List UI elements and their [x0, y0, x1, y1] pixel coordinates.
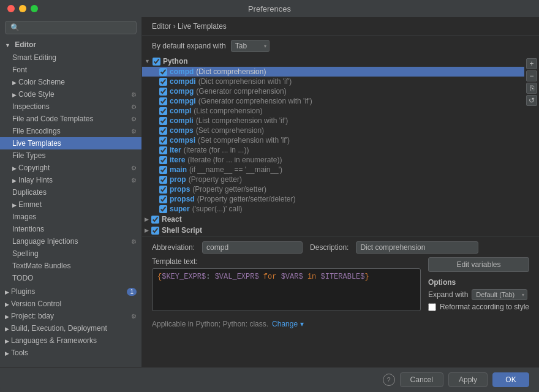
sidebar-section-build[interactable]: ▶Build, Execution, Deployment — [0, 322, 141, 334]
super-checkbox[interactable] — [159, 205, 167, 213]
options-label: Options — [428, 278, 529, 287]
sidebar-section-project[interactable]: ▶Project: bday ⚙ — [0, 310, 141, 322]
expand-with-select-wrapper: Default (Tab) Tab Enter Space ▾ — [472, 289, 527, 300]
shell-group-arrow: ▶ — [145, 227, 149, 233]
prop-checkbox[interactable] — [159, 176, 167, 184]
main-content: ▼ Editor Smart Editing Font ▶Color Schem… — [0, 17, 539, 367]
expand-with-select[interactable]: Default (Tab) Tab Enter Space — [472, 289, 527, 300]
template-item-props[interactable]: props (Property getter/setter) — [142, 184, 524, 194]
breadcrumb: Editor › Live Templates — [142, 17, 539, 36]
template-item-compg[interactable]: compg (Generator comprehension) — [142, 86, 524, 96]
template-item-compsi[interactable]: compsi (Set comprehension with 'if') — [142, 135, 524, 145]
change-link[interactable]: Change ▾ — [272, 320, 303, 328]
sidebar-item-duplicates[interactable]: Duplicates — [0, 186, 141, 198]
expand-select[interactable]: Tab Enter Space — [231, 40, 270, 52]
sidebar-item-smart-editing[interactable]: Smart Editing — [0, 51, 141, 64]
sidebar-item-file-types[interactable]: File Types — [0, 149, 141, 162]
apply-button[interactable]: Apply — [448, 372, 488, 387]
react-group-checkbox[interactable] — [151, 216, 159, 224]
react-group-header[interactable]: ▶ React — [142, 214, 524, 225]
template-item-compli[interactable]: compli (List comprehension with 'if') — [142, 116, 524, 126]
comps-checkbox[interactable] — [159, 127, 167, 135]
remove-template-button[interactable]: − — [526, 70, 537, 81]
abbreviation-row: Abbreviation: Description: — [152, 241, 529, 254]
compli-checkbox[interactable] — [159, 117, 167, 125]
template-item-prop[interactable]: prop (Property getter) — [142, 175, 524, 184]
template-item-compdi[interactable]: compdi (Dict comprehension with 'if') — [142, 77, 524, 86]
template-item-main[interactable]: main (if __name__ == '__main__') — [142, 165, 524, 175]
template-item-iter[interactable]: iter (Iterate (for ... in ...)) — [142, 145, 524, 155]
sidebar-item-file-code-templates[interactable]: File and Code Templates ⚙ — [0, 113, 141, 125]
sidebar-section-editor[interactable]: ▼ Editor — [0, 38, 141, 51]
close-button[interactable] — [7, 5, 15, 12]
sidebar-item-color-scheme[interactable]: ▶Color Scheme — [0, 76, 141, 88]
sidebar-item-todo[interactable]: TODO — [0, 272, 141, 284]
main-checkbox[interactable] — [159, 166, 167, 174]
sidebar-item-spelling[interactable]: Spelling — [0, 247, 141, 260]
right-panel: Editor › Live Templates By default expan… — [142, 17, 539, 367]
template-item-compd[interactable]: compd (Dict comprehension) — [142, 67, 524, 77]
sidebar-item-copyright[interactable]: ▶Copyright ⚙ — [0, 162, 141, 174]
sidebar-item-file-encodings[interactable]: File Encodings ⚙ — [0, 125, 141, 137]
tree-action-buttons: + − ⎘ ↺ — [524, 56, 539, 236]
settings-icon-fe: ⚙ — [131, 128, 137, 135]
sidebar-item-textmate[interactable]: TextMate Bundles — [0, 260, 141, 272]
breadcrumb-current: Live Templates — [178, 22, 227, 31]
sidebar-item-code-style[interactable]: ▶Code Style ⚙ — [0, 88, 141, 100]
template-item-compl[interactable]: compl (List comprehension) — [142, 106, 524, 116]
template-text-editor[interactable]: {$KEY_EXPR$: $VAL_EXPR$ for $VAR$ in $IT… — [152, 268, 421, 311]
abbreviation-input[interactable] — [202, 241, 303, 254]
sidebar-item-inspections[interactable]: Inspections ⚙ — [0, 100, 141, 113]
abbreviation-label: Abbreviation: — [152, 243, 195, 252]
help-button[interactable]: ? — [383, 374, 395, 386]
compdi-checkbox[interactable] — [159, 78, 167, 86]
react-group-arrow: ▶ — [145, 216, 149, 222]
python-group-checkbox[interactable] — [153, 58, 160, 66]
edit-variables-button[interactable]: Edit variables — [428, 257, 529, 272]
expand-label: By default expand with — [152, 42, 226, 50]
compl-checkbox[interactable] — [159, 107, 167, 115]
window-title: Preferences — [248, 4, 291, 13]
applicable-row: Applicable in Python; Python: class. Cha… — [142, 316, 539, 332]
sidebar-item-inlay-hints[interactable]: ▶Inlay Hints ⚙ — [0, 174, 141, 186]
template-item-comps[interactable]: comps (Set comprehension) — [142, 126, 524, 135]
template-item-propsd[interactable]: propsd (Property getter/setter/deleter) — [142, 194, 524, 204]
sidebar-section-version-control[interactable]: ▶Version Control — [0, 298, 141, 310]
shell-group-checkbox[interactable] — [151, 227, 159, 235]
sidebar-item-font[interactable]: Font — [0, 64, 141, 76]
reformat-checkbox[interactable] — [428, 303, 436, 311]
sidebar-section-languages[interactable]: ▶Languages & Frameworks — [0, 334, 141, 347]
python-group-header[interactable]: ▼ Python — [142, 56, 524, 67]
copy-template-button[interactable]: ⎘ — [526, 83, 537, 94]
sidebar-item-intentions[interactable]: Intentions — [0, 223, 141, 235]
panel-toolbar: By default expand with Tab Enter Space ▾ — [142, 36, 539, 56]
props-checkbox[interactable] — [159, 186, 167, 194]
template-item-super[interactable]: super ('super(...)' call) — [142, 204, 524, 214]
maximize-button[interactable] — [31, 5, 38, 12]
cancel-button[interactable]: Cancel — [400, 372, 443, 387]
compgi-checkbox[interactable] — [159, 97, 167, 105]
tree-section: ▼ Python compd (Dict comprehension) comp… — [142, 56, 539, 236]
sidebar-item-live-templates[interactable]: Live Templates — [0, 137, 141, 149]
sidebar-item-images[interactable]: Images — [0, 211, 141, 223]
compsi-checkbox[interactable] — [159, 137, 167, 145]
minimize-button[interactable] — [19, 5, 26, 12]
iter-checkbox[interactable] — [159, 146, 167, 154]
add-template-button[interactable]: + — [526, 58, 537, 69]
template-row: Template text: {$KEY_EXPR$: $VAL_EXPR$ f… — [152, 257, 529, 311]
shell-group-header[interactable]: ▶ Shell Script — [142, 225, 524, 236]
search-input[interactable] — [5, 21, 137, 34]
sidebar-section-tools[interactable]: ▶Tools — [0, 347, 141, 359]
sidebar-section-plugins[interactable]: ▶Plugins 1 — [0, 285, 141, 298]
itere-checkbox[interactable] — [159, 156, 167, 164]
propsd-checkbox[interactable] — [159, 195, 167, 203]
template-item-compgi[interactable]: compgi (Generator comprehension with 'if… — [142, 96, 524, 106]
compd-checkbox[interactable] — [159, 68, 167, 76]
compg-checkbox[interactable] — [159, 88, 167, 96]
reset-template-button[interactable]: ↺ — [526, 95, 537, 106]
sidebar-item-emmet[interactable]: ▶Emmet — [0, 198, 141, 211]
sidebar-item-language-injections[interactable]: Language Injections ⚙ — [0, 235, 141, 247]
ok-button[interactable]: OK — [492, 372, 529, 387]
template-item-itere[interactable]: itere (Iterate (for ... in enumerate)) — [142, 155, 524, 165]
description-input[interactable] — [356, 241, 478, 254]
